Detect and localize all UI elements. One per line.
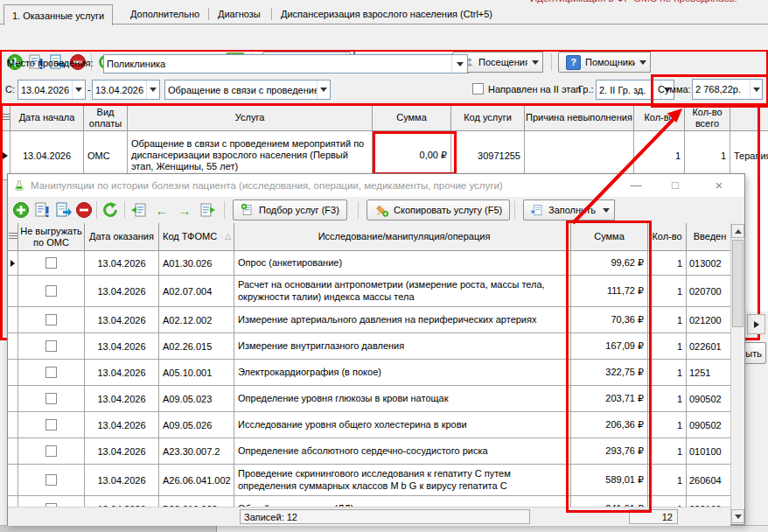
table-row[interactable]: 13.04.2026 A02.26.015 Измерение внутригл… bbox=[8, 333, 730, 360]
date-from-combobox[interactable]: 13.04.2026 bbox=[17, 80, 86, 100]
dialog-titlebar[interactable]: Манипуляции по истории болезни пациента … bbox=[8, 174, 744, 197]
fill-dropdown-button[interactable] bbox=[597, 200, 615, 220]
chevron-down-icon bbox=[72, 80, 85, 99]
cell-name: Исследование уровня общего холестерина в… bbox=[234, 412, 571, 438]
col-header-service[interactable]: Услуга bbox=[128, 105, 373, 131]
document-edit-icon bbox=[33, 201, 51, 219]
cell-name: Общий анализ крови (ЛД) bbox=[234, 496, 571, 507]
grid-corner[interactable] bbox=[0, 105, 10, 131]
no-export-checkbox[interactable] bbox=[45, 474, 57, 486]
podbor-uslug-button[interactable]: Подбор услуг (F3) bbox=[233, 200, 347, 220]
add-icon bbox=[12, 201, 30, 219]
cell-entered: 013002 bbox=[687, 251, 730, 276]
manipulations-dialog: Манипуляции по истории болезни пациента … bbox=[7, 173, 745, 525]
close-button[interactable]: × bbox=[703, 176, 735, 193]
no-export-checkbox[interactable] bbox=[45, 340, 57, 352]
date-to-combobox[interactable]: 13.04.2026 bbox=[92, 80, 160, 100]
delete-service-button[interactable] bbox=[74, 200, 94, 220]
cell-entered: 260604 bbox=[687, 465, 730, 496]
col-header-code[interactable]: Код ТФОМС△ bbox=[159, 223, 234, 251]
dialog-statusbar: Записей: 12 12 bbox=[8, 507, 730, 526]
total-sum-combobox[interactable]: 2 768,22р. bbox=[692, 79, 763, 100]
no-export-checkbox[interactable] bbox=[45, 257, 57, 269]
total-count-box: 12 bbox=[629, 509, 678, 524]
table-row[interactable]: 13.04.2026 A23.30.007.2 Определение абсо… bbox=[8, 438, 730, 465]
add-service-button[interactable] bbox=[11, 200, 31, 220]
table-row[interactable]: 13.04.2026 A02.12.002 Измерение артериал… bbox=[8, 307, 730, 333]
col-header-date[interactable]: Дата начала bbox=[10, 105, 84, 131]
last-record-button[interactable] bbox=[198, 200, 217, 220]
tab-diagnoses[interactable]: Диагнозы bbox=[210, 4, 269, 24]
fill-doc-icon bbox=[531, 204, 544, 217]
cell-code: A02.26.015 bbox=[159, 333, 234, 360]
next-record-button[interactable]: → bbox=[175, 200, 194, 220]
table-row[interactable]: 13.04.2026 A09.05.026 Исследование уровн… bbox=[8, 412, 730, 438]
no-export-checkbox[interactable] bbox=[45, 393, 57, 404]
table-row[interactable]: 13.04.2026 A09.05.023 Определение уровня… bbox=[8, 386, 730, 412]
fill-button[interactable]: Заполнить bbox=[523, 200, 604, 220]
tab-additional[interactable]: Дополнительно bbox=[122, 4, 207, 24]
scroll-down-button[interactable] bbox=[731, 509, 744, 523]
no-export-checkbox[interactable] bbox=[45, 445, 57, 457]
col-header-date[interactable]: Дата оказания bbox=[85, 223, 159, 251]
main-toolbar: А▲ А▼ АА X Подбор (F3) Манипуляции (F5) … bbox=[0, 24, 768, 51]
bottom-scrollbar-track[interactable] bbox=[0, 525, 768, 532]
table-row[interactable]: 13.04.2026 A05.10.001 Электрокардиографи… bbox=[8, 360, 730, 386]
first-record-button[interactable] bbox=[129, 200, 149, 220]
table-row[interactable]: 13.04.2026 A01.30.026 Опрос (анкетирован… bbox=[8, 251, 730, 276]
maximize-button[interactable]: □ bbox=[660, 176, 691, 193]
col-header-entered[interactable]: Введен bbox=[687, 223, 730, 251]
fill-label: Заполнить bbox=[548, 205, 596, 215]
col-header-service-code[interactable]: Код услуги bbox=[451, 105, 525, 131]
cell-qty: 1 bbox=[648, 465, 687, 496]
col-header-no-export[interactable]: Не выгружать по ОМС bbox=[18, 223, 85, 251]
col-header-sum[interactable]: Сумма bbox=[571, 223, 648, 251]
grid-corner[interactable] bbox=[8, 223, 18, 251]
edit-service-button[interactable] bbox=[32, 200, 52, 220]
no-export-checkbox[interactable] bbox=[45, 285, 57, 297]
minimize-button[interactable]: — bbox=[620, 176, 652, 193]
cell-code: A23.30.007.2 bbox=[159, 438, 234, 465]
col-header-sum[interactable]: Сумма bbox=[373, 105, 451, 131]
dialog-grid-header: Не выгружать по ОМС Дата оказания Код ТФ… bbox=[8, 223, 730, 251]
tab-rendered-services[interactable]: 1. Оказанные услуги bbox=[3, 4, 113, 25]
table-row[interactable]: 13.04.2026 B03.016.002 Общий анализ кров… bbox=[8, 496, 730, 507]
current-row-marker-icon bbox=[3, 152, 8, 159]
cell-name: Измерение артериального давления на пери… bbox=[234, 307, 571, 333]
cell-code: A02.07.004 bbox=[159, 276, 234, 307]
bottom-scrollbar-thumb[interactable] bbox=[0, 526, 217, 532]
cell-date: 13.04.2026 bbox=[85, 465, 159, 496]
col-header-qty[interactable]: Кол-во bbox=[634, 105, 685, 131]
cell-qty: 1 bbox=[648, 496, 687, 507]
cell-entered: 090502 bbox=[687, 412, 730, 438]
col-header-name[interactable]: Исследование/манипуляция/операция bbox=[234, 223, 571, 251]
tab-dispensary[interactable]: Диспансеризация взрослого населения (Ctr… bbox=[273, 4, 500, 24]
service-type-combobox[interactable]: Обращение в связи с проведением bbox=[164, 80, 331, 100]
col-header-payment[interactable]: Вид оплаты bbox=[84, 105, 128, 131]
table-row[interactable]: 13.04.2026 A26.06.041.002 Проведение скр… bbox=[8, 465, 730, 496]
records-count-text: Записей: 12 bbox=[244, 512, 297, 522]
save-service-button[interactable] bbox=[53, 200, 73, 220]
table-row[interactable]: 13.04.2026 A02.07.004 Расчет на основани… bbox=[8, 276, 730, 307]
col-header-qty[interactable]: Кол-во bbox=[648, 223, 687, 251]
col-header-department[interactable] bbox=[730, 105, 768, 131]
no-export-checkbox[interactable] bbox=[45, 367, 57, 378]
col-header-fail-reason[interactable]: Причина невыполнения bbox=[525, 105, 634, 131]
no-export-checkbox[interactable] bbox=[45, 314, 57, 326]
date-from-label: С: bbox=[5, 84, 15, 94]
col-header-qty-total[interactable]: Кол-во всего bbox=[685, 105, 730, 131]
stage2-checkbox[interactable] bbox=[472, 83, 484, 94]
prev-record-button[interactable]: ← bbox=[152, 200, 171, 220]
cell-code: A01.30.026 bbox=[159, 251, 234, 276]
hscroll-right-button[interactable] bbox=[747, 314, 765, 334]
refresh-services-button[interactable] bbox=[101, 200, 120, 220]
place-combobox[interactable]: Поликлиника bbox=[103, 54, 468, 74]
grid-menu-icon bbox=[1, 114, 10, 122]
copy-service-button[interactable]: Скопировать услугу (F5) bbox=[367, 200, 510, 220]
scrollbar-thumb[interactable] bbox=[732, 240, 744, 327]
copy-service-label: Скопировать услугу (F5) bbox=[394, 205, 502, 215]
vertical-scrollbar[interactable] bbox=[730, 223, 744, 524]
cell-name: Проведение скринингового исследования к … bbox=[234, 465, 571, 496]
scroll-up-button[interactable] bbox=[731, 224, 744, 238]
no-export-checkbox[interactable] bbox=[45, 419, 57, 430]
